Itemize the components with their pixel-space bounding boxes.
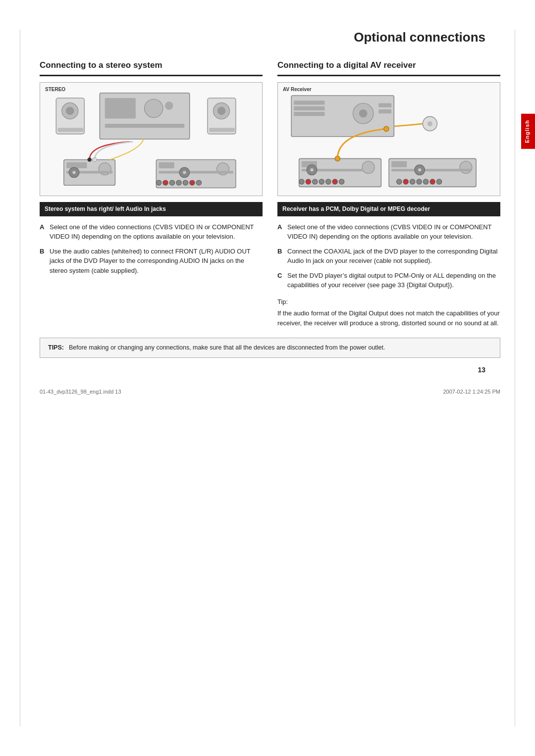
svg-point-47 — [384, 126, 389, 131]
right-step-b-text: Connect the COAXIAL jack of the DVD play… — [287, 247, 500, 266]
main-content: Connecting to a stereo system STEREO — [40, 60, 500, 328]
svg-point-23 — [156, 180, 161, 185]
svg-rect-9 — [105, 98, 136, 118]
right-step-c-text: Set the DVD player’s digital output to P… — [287, 271, 500, 290]
left-column: Connecting to a stereo system STEREO — [40, 60, 263, 328]
footer-right: 2007-02-12 1:24:25 PM — [443, 389, 500, 395]
svg-point-18 — [93, 157, 97, 161]
av-label: AV Receiver — [283, 87, 312, 92]
svg-point-65 — [410, 179, 415, 184]
svg-point-61 — [460, 161, 472, 174]
tips-text: Before making or changing any connection… — [69, 343, 385, 353]
footer-left: 01-43_dvp3126_98_eng1.indd 13 — [40, 389, 121, 395]
left-section-heading: Connecting to a stereo system — [40, 60, 263, 71]
svg-rect-20 — [159, 162, 174, 168]
svg-point-2 — [66, 107, 74, 115]
tip-text: If the audio format of the Digital Outpu… — [277, 308, 500, 328]
svg-point-27 — [183, 180, 188, 185]
right-divider — [277, 75, 500, 76]
right-step-c: C Set the DVD player’s digital output to… — [277, 271, 500, 290]
svg-rect-62 — [391, 169, 471, 171]
svg-rect-40 — [378, 103, 391, 107]
svg-rect-22 — [159, 171, 233, 173]
left-step-b: B Use the audio cables (white/red) to co… — [40, 247, 263, 276]
svg-point-52 — [326, 179, 331, 184]
svg-point-28 — [190, 180, 195, 185]
tips-label: TIPS: — [48, 343, 64, 353]
left-step-a: A Select one of the video connections (C… — [40, 222, 263, 242]
svg-point-64 — [403, 179, 408, 184]
svg-point-17 — [87, 157, 91, 161]
svg-point-25 — [169, 180, 174, 185]
footer: 01-43_dvp3126_98_eng1.indd 13 2007-02-12… — [40, 384, 500, 395]
svg-point-71 — [418, 168, 421, 171]
page-title: Optional connections — [40, 30, 500, 45]
right-step-a-text: Select one of the video connections (CVB… — [287, 222, 500, 242]
stereo-label: STEREO — [45, 87, 65, 92]
svg-point-50 — [313, 179, 318, 184]
step-letter-b: B — [40, 247, 47, 276]
svg-rect-12 — [105, 124, 185, 128]
right-step-letter-b: B — [277, 247, 284, 266]
svg-point-46 — [335, 156, 340, 161]
right-step-letter-a: A — [277, 222, 284, 242]
right-steps-list: A Select one of the video connections (C… — [277, 222, 500, 290]
svg-point-69 — [436, 179, 441, 184]
right-step-b: B Connect the COAXIAL jack of the DVD pl… — [277, 247, 500, 266]
svg-rect-14 — [66, 162, 87, 168]
svg-point-33 — [183, 171, 186, 174]
left-info-box: Stereo system has right/ left Audio In j… — [40, 202, 263, 216]
right-step-letter-c: C — [277, 271, 284, 290]
svg-point-44 — [362, 161, 374, 174]
left-steps-list: A Select one of the video connections (C… — [40, 222, 263, 276]
english-tab: English — [521, 114, 535, 149]
right-column: Connecting to a digital AV receiver AV R… — [277, 60, 500, 328]
left-step-b-text: Use the audio cables (white/red) to conn… — [50, 247, 263, 276]
svg-point-29 — [196, 180, 201, 185]
tip-section: Tip: If the audio format of the Digital … — [277, 297, 500, 328]
svg-point-26 — [176, 180, 181, 185]
svg-point-51 — [319, 179, 324, 184]
page-number: 13 — [40, 366, 500, 374]
stereo-diagram: STEREO — [40, 82, 263, 196]
right-step-a: A Select one of the video connections (C… — [277, 222, 500, 242]
av-diagram: AV Receiver — [277, 82, 500, 196]
svg-point-56 — [310, 168, 313, 171]
svg-point-53 — [332, 179, 337, 184]
svg-rect-41 — [378, 109, 391, 113]
svg-point-68 — [430, 179, 435, 184]
left-divider — [40, 75, 263, 76]
svg-rect-35 — [294, 101, 324, 104]
stereo-svg — [40, 83, 262, 196]
svg-rect-37 — [294, 112, 324, 116]
svg-point-24 — [163, 180, 168, 185]
svg-point-49 — [306, 179, 311, 184]
svg-point-67 — [423, 179, 428, 184]
step-letter-a: A — [40, 222, 47, 242]
svg-point-10 — [145, 99, 163, 117]
right-section-heading: Connecting to a digital AV receiver — [277, 60, 500, 71]
right-info-box: Receiver has a PCM, Dolby Digital or MPE… — [277, 202, 500, 216]
av-svg — [278, 83, 500, 196]
svg-rect-60 — [391, 161, 407, 167]
bottom-tips-box: TIPS: Before making or changing any conn… — [40, 338, 500, 358]
svg-point-31 — [72, 171, 75, 174]
svg-rect-36 — [294, 106, 324, 110]
tip-label: Tip: — [277, 297, 500, 307]
svg-point-66 — [417, 179, 422, 184]
svg-rect-7 — [209, 128, 235, 132]
svg-point-48 — [299, 179, 304, 184]
svg-point-54 — [339, 179, 344, 184]
svg-point-63 — [397, 179, 402, 184]
svg-rect-3 — [57, 128, 83, 132]
svg-point-58 — [428, 121, 432, 126]
svg-point-6 — [217, 107, 226, 115]
svg-point-39 — [359, 109, 368, 118]
left-step-a-text: Select one of the video connections (CVB… — [50, 222, 263, 242]
svg-point-11 — [165, 101, 173, 110]
